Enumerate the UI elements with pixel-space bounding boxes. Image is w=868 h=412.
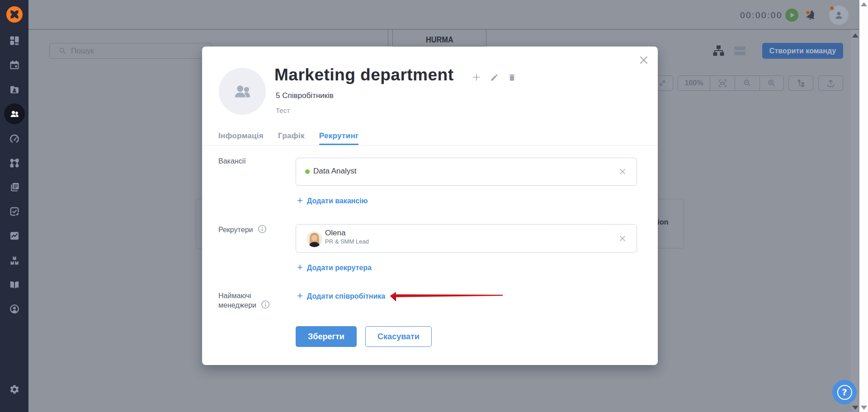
plus-icon: + <box>297 197 303 205</box>
recruiter-name: Olena <box>325 229 345 238</box>
tab-separator <box>388 30 388 47</box>
add-recruiter-link[interactable]: +Додати рекрутера <box>297 264 372 272</box>
sidebar-item-analytics[interactable] <box>0 226 28 246</box>
sidebar-item-tasks[interactable] <box>0 201 28 221</box>
hiring-managers-info-icon[interactable] <box>261 300 270 309</box>
scroll-up-arrow[interactable] <box>861 2 867 6</box>
recruiters-info-icon[interactable] <box>258 225 267 234</box>
user-avatar[interactable] <box>829 5 849 25</box>
scroll-down-arrow[interactable] <box>861 406 867 410</box>
search-placeholder: Пошук <box>71 47 94 56</box>
remove-recruiter-icon[interactable] <box>618 234 627 243</box>
tab-recruiting[interactable]: Рекрутинг <box>319 131 359 145</box>
add-icon[interactable] <box>472 72 481 82</box>
sidebar <box>0 0 28 412</box>
content-scrollbar[interactable] <box>851 30 859 412</box>
recruiter-role: PR & SMM Lead <box>325 238 369 245</box>
notification-badge <box>805 10 811 15</box>
recruiters-label: Рекрутери <box>218 225 253 234</box>
zoom-in-button[interactable] <box>760 75 783 91</box>
fit-screen-button[interactable] <box>710 75 735 91</box>
hurma-logo-icon[interactable] <box>6 6 23 23</box>
vacancy-name: Data Analyst <box>313 167 356 176</box>
sidebar-item-integrations[interactable] <box>0 153 28 173</box>
cancel-button[interactable]: Скасувати <box>365 326 432 347</box>
sidebar-item-knowledge[interactable] <box>0 275 28 295</box>
sidebar-item-inventory[interactable] <box>0 251 28 271</box>
sidebar-item-teams[interactable] <box>0 104 28 124</box>
department-avatar <box>219 68 266 115</box>
content-scroll-down-arrow[interactable] <box>852 406 859 410</box>
remove-vacancy-icon[interactable] <box>618 167 627 177</box>
save-button[interactable]: Зберегти <box>296 326 357 347</box>
tabs-divider <box>202 145 658 145</box>
title-action-icons <box>472 72 517 82</box>
delete-icon[interactable] <box>507 72 517 82</box>
avatar-badge <box>829 5 835 11</box>
modal-tabs: Інформація Графік Рекрутинг <box>218 131 359 145</box>
export-button[interactable] <box>818 75 843 91</box>
zoom-out-button[interactable] <box>735 75 760 91</box>
company-tab[interactable]: HURMA <box>392 30 486 47</box>
vacancies-label: Вакансії <box>218 156 246 166</box>
department-note: Тест <box>276 107 290 114</box>
sidebar-item-dashboard[interactable] <box>0 31 28 51</box>
content-scroll-up-arrow[interactable] <box>852 33 859 37</box>
add-vacancy-link[interactable]: +Додати вакансію <box>297 197 368 205</box>
play-button[interactable] <box>785 9 798 22</box>
tab-information[interactable]: Інформація <box>218 131 264 145</box>
help-button[interactable]: ? <box>832 380 857 404</box>
notifications-bell-icon[interactable] <box>805 9 817 21</box>
sidebar-item-settings[interactable] <box>0 379 28 399</box>
topbar: 00:00:00 <box>28 0 859 30</box>
plus-icon: + <box>297 263 303 272</box>
sidebar-item-profile[interactable] <box>0 299 28 319</box>
browser-scrollbar[interactable] <box>859 0 868 412</box>
close-icon[interactable] <box>637 54 650 66</box>
edit-icon[interactable] <box>489 72 499 82</box>
sidebar-item-performance[interactable] <box>0 129 28 149</box>
sidebar-item-news[interactable] <box>0 177 28 197</box>
recruiter-photo <box>307 231 322 247</box>
tree-structure-button[interactable] <box>788 75 813 91</box>
annotation-arrow <box>384 287 509 307</box>
recruiter-item: Olena PR & SMM Lead <box>296 224 637 253</box>
list-view-toggle[interactable] <box>734 47 745 55</box>
question-mark-icon: ? <box>837 385 852 400</box>
tab-schedule[interactable]: Графік <box>278 131 305 145</box>
search-input[interactable]: Пошук <box>49 43 212 59</box>
modal-title: Marketing department <box>274 66 454 84</box>
vacancy-status-dot <box>305 169 310 174</box>
zoom-level[interactable]: 100% <box>678 75 710 91</box>
vacancy-item: Data Analyst <box>296 158 637 186</box>
org-tree-view-toggle[interactable] <box>713 45 724 56</box>
zoom-toolbar: 100% <box>678 75 784 91</box>
sidebar-item-employees[interactable] <box>0 80 28 99</box>
hiring-managers-label: Наймаючіменеджери <box>218 291 256 310</box>
plus-icon: + <box>297 292 303 300</box>
department-modal: Marketing department 5 Співробітників Те… <box>202 47 658 365</box>
add-employee-link[interactable]: +Додати співробітника <box>297 292 385 300</box>
employee-count: 5 Співробітників <box>276 91 334 100</box>
sidebar-item-calendar[interactable] <box>0 55 28 75</box>
time-tracker: 00:00:00 <box>740 10 783 20</box>
create-team-button[interactable]: Створити команду <box>762 43 843 59</box>
